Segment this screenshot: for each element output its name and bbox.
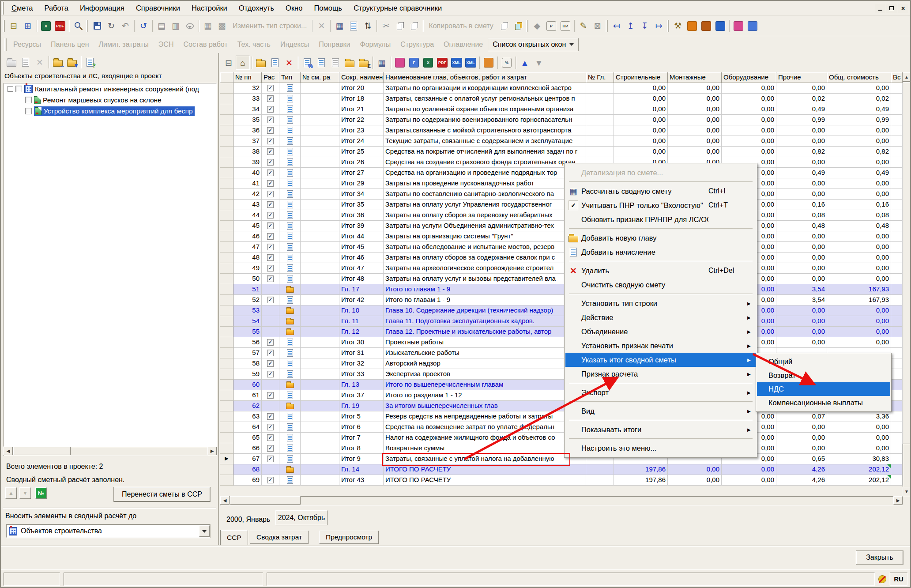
cell-vs[interactable] xyxy=(891,157,903,168)
cell-smr[interactable] xyxy=(301,157,339,168)
cell-n[interactable]: 68 xyxy=(233,464,262,475)
scrollbar-thumb[interactable] xyxy=(903,82,911,444)
column-header-c1[interactable]: Строительные xyxy=(614,72,668,83)
cell-name[interactable]: Затраты по организации и координации ком… xyxy=(384,83,586,94)
column-header-c2[interactable]: Монтажные xyxy=(668,72,722,83)
totals-calculator-icon[interactable]: ▦ xyxy=(332,19,346,33)
cell-type[interactable] xyxy=(279,337,301,348)
cell-m[interactable] xyxy=(220,316,233,327)
cell-c2[interactable]: 0,00 xyxy=(668,104,722,115)
cell-sokr[interactable]: Итог 23 xyxy=(339,125,384,136)
cell-c4[interactable]: 3,54 xyxy=(776,284,827,295)
table-row[interactable]: 44Итог 36Затраты на оплату сборов за пер… xyxy=(220,210,903,221)
cell-name[interactable]: Возвратные суммы xyxy=(384,443,586,454)
cell-vs[interactable] xyxy=(891,380,903,390)
cell-chk[interactable] xyxy=(262,125,279,136)
cell-chk[interactable] xyxy=(262,295,279,305)
cell-c5[interactable]: 0,00 xyxy=(827,337,891,348)
cell-c5[interactable]: 167,93 xyxy=(827,284,891,295)
cell-sokr[interactable]: Итог 21 xyxy=(339,104,384,115)
cell-c4[interactable]: 0,00 xyxy=(776,263,827,274)
cell-smr[interactable] xyxy=(301,433,339,443)
structure-tree-icon[interactable]: ⊟ xyxy=(7,19,21,33)
cell-vs[interactable] xyxy=(891,464,903,475)
column-header-n[interactable]: № пп xyxy=(233,72,262,83)
row-checkbox[interactable] xyxy=(267,138,274,144)
context-menu-item[interactable]: Показывать итоги▶ xyxy=(565,422,756,437)
cell-name[interactable]: Средства на создание страхового фонда ст… xyxy=(384,157,586,168)
cell-m[interactable] xyxy=(220,221,233,231)
period-tab-start[interactable]: 2000, Январь xyxy=(224,514,273,525)
cell-chk[interactable] xyxy=(262,475,279,486)
cell-m[interactable] xyxy=(220,94,233,104)
cell-name[interactable]: Затраты на обследование и испытание мост… xyxy=(384,242,586,253)
row-checkbox[interactable] xyxy=(267,392,274,399)
context-menu-item[interactable]: Признак расчета▶ xyxy=(565,367,756,381)
cell-c4[interactable]: 0,65 xyxy=(776,454,827,464)
cell-smr[interactable] xyxy=(301,295,339,305)
tree-checkbox[interactable] xyxy=(15,86,22,92)
cell-smr[interactable] xyxy=(301,242,339,253)
cell-vs[interactable] xyxy=(891,189,903,200)
cell-sokr[interactable]: Итог 18 xyxy=(339,94,384,104)
cell-name[interactable]: Затраты на проведение пусконаладочных ра… xyxy=(384,178,586,189)
insert-target-combobox[interactable]: Объектов строительства xyxy=(6,524,210,538)
scroll-left-button[interactable]: ◀ xyxy=(220,496,230,505)
cell-c5[interactable]: 0,00 xyxy=(827,263,891,274)
cell-chk[interactable] xyxy=(262,390,279,401)
cell-c4[interactable]: 0,00 xyxy=(776,274,827,284)
table-row[interactable]: 66Итог 8Возвратные суммы0,000,000,00 xyxy=(220,443,903,454)
scrollbar-thumb[interactable] xyxy=(13,447,71,455)
cell-chk[interactable] xyxy=(262,200,279,210)
tab-Сводка затрат[interactable]: Сводка затрат xyxy=(250,531,309,544)
cell-chk[interactable] xyxy=(262,231,279,242)
cell-smr[interactable] xyxy=(301,401,339,411)
cell-c4[interactable]: 0,00 xyxy=(776,125,827,136)
cut-icon[interactable]: ✂ xyxy=(379,19,393,33)
indent-right-icon[interactable]: ↦ xyxy=(652,19,666,33)
add-chapter-folder-icon[interactable] xyxy=(254,56,268,70)
cell-name[interactable]: Итого по главам 1 - 9 xyxy=(384,295,586,305)
cell-n[interactable]: 60 xyxy=(233,380,262,390)
cell-name[interactable]: Затраты,связанные с мойкой строительного… xyxy=(384,125,586,136)
cell-m[interactable] xyxy=(220,411,233,422)
transfer-estimates-button[interactable]: Перенести сметы в ССР xyxy=(114,487,210,501)
cell-smr[interactable] xyxy=(301,337,339,348)
cell-c5[interactable]: 0,00 xyxy=(827,189,891,200)
column-header-c5[interactable]: Общ. стоимость xyxy=(827,72,891,83)
mode-Поправки[interactable]: Поправки xyxy=(314,38,355,51)
delete-structure-icon[interactable]: ⊠ xyxy=(591,19,605,33)
cell-sokr[interactable]: Гл. 13 xyxy=(339,380,384,390)
cell-m[interactable] xyxy=(220,136,233,147)
cell-chk[interactable] xyxy=(262,443,279,454)
cell-vs[interactable] xyxy=(891,253,903,263)
cell-vs[interactable] xyxy=(891,337,903,348)
cell-chk[interactable] xyxy=(262,454,279,464)
cell-c1[interactable]: 0,00 xyxy=(614,147,668,157)
cell-vs[interactable] xyxy=(891,316,903,327)
cell-m[interactable] xyxy=(220,125,233,136)
cell-name[interactable]: За итогом вышеперечисленных глав xyxy=(384,401,586,411)
cell-n[interactable]: 62 xyxy=(233,401,262,411)
cell-type[interactable] xyxy=(279,358,301,369)
period-tab-current[interactable]: 2024, Октябрь xyxy=(275,510,328,525)
cell-name[interactable]: Затраты на оплату сборов за содержание с… xyxy=(384,253,586,263)
cell-n[interactable]: 67 xyxy=(233,454,262,464)
scroll-up-button[interactable]: ▲ xyxy=(903,72,911,82)
cell-n[interactable]: 65 xyxy=(233,433,262,443)
cell-type[interactable] xyxy=(279,284,301,295)
cell-sokr[interactable]: Итог 35 xyxy=(339,200,384,210)
cell-smr[interactable] xyxy=(301,390,339,401)
new-object-icon[interactable] xyxy=(4,55,19,69)
cell-ngl[interactable] xyxy=(586,136,614,147)
cell-n[interactable]: 49 xyxy=(233,263,262,274)
home-icon[interactable]: ⌂ xyxy=(236,56,250,70)
tab-Предпросмотр[interactable]: Предпросмотр xyxy=(319,531,379,544)
context-menu-item[interactable]: Установить признак печати▶ xyxy=(565,339,756,353)
cell-sokr[interactable]: Итог 5 xyxy=(339,411,384,422)
column-header-m[interactable] xyxy=(220,72,233,83)
table-row[interactable]: 65Итог 7Налог на содержание жилищного фо… xyxy=(220,433,903,443)
cell-name[interactable]: Затраты на услуги Объединения администра… xyxy=(384,221,586,231)
tree-item[interactable]: −Капитальный ремонт инженерных сооружени… xyxy=(4,83,216,94)
cell-vs[interactable] xyxy=(891,242,903,253)
